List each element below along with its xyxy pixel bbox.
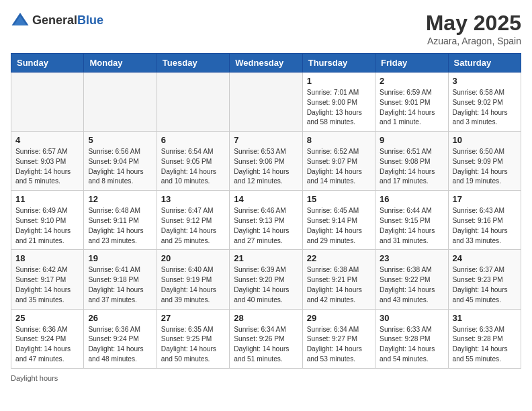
day-number: 26 — [88, 313, 152, 323]
calendar-cell-w2-d1: 4Sunrise: 6:57 AM Sunset: 9:03 PM Daylig… — [11, 132, 84, 191]
calendar-cell-w2-d5: 8Sunrise: 6:52 AM Sunset: 9:07 PM Daylig… — [302, 132, 375, 191]
logo-general: General — [32, 13, 77, 27]
day-number: 19 — [88, 253, 152, 263]
logo-icon — [11, 11, 30, 30]
calendar-cell-w5-d4: 28Sunrise: 6:34 AM Sunset: 9:26 PM Dayli… — [230, 309, 302, 368]
day-info: Sunrise: 6:34 AM Sunset: 9:27 PM Dayligh… — [307, 325, 371, 365]
day-info: Sunrise: 6:54 AM Sunset: 9:05 PM Dayligh… — [161, 147, 225, 187]
day-number: 16 — [380, 194, 443, 204]
day-info: Sunrise: 6:39 AM Sunset: 9:20 PM Dayligh… — [234, 265, 298, 305]
day-info: Sunrise: 6:38 AM Sunset: 9:21 PM Dayligh… — [307, 265, 371, 305]
day-number: 7 — [234, 135, 298, 145]
footer-note: Daylight hours — [11, 374, 521, 382]
col-thursday: Thursday — [302, 54, 375, 73]
day-info: Sunrise: 6:47 AM Sunset: 9:12 PM Dayligh… — [161, 206, 225, 246]
day-info: Sunrise: 6:59 AM Sunset: 9:01 PM Dayligh… — [380, 88, 443, 128]
calendar-cell-w5-d7: 31Sunrise: 6:33 AM Sunset: 9:28 PM Dayli… — [448, 309, 521, 368]
day-info: Sunrise: 7:01 AM Sunset: 9:00 PM Dayligh… — [307, 88, 371, 128]
day-number: 15 — [307, 194, 371, 204]
calendar-cell-w4-d5: 22Sunrise: 6:38 AM Sunset: 9:21 PM Dayli… — [302, 250, 375, 309]
calendar-cell-w3-d4: 14Sunrise: 6:46 AM Sunset: 9:13 PM Dayli… — [230, 191, 302, 250]
day-number: 10 — [453, 135, 517, 145]
day-number: 8 — [307, 135, 371, 145]
day-number: 28 — [234, 313, 298, 323]
day-info: Sunrise: 6:48 AM Sunset: 9:11 PM Dayligh… — [88, 206, 152, 246]
calendar-cell-w4-d2: 19Sunrise: 6:41 AM Sunset: 9:18 PM Dayli… — [84, 250, 157, 309]
calendar-cell-w5-d3: 27Sunrise: 6:35 AM Sunset: 9:25 PM Dayli… — [157, 309, 229, 368]
day-info: Sunrise: 6:56 AM Sunset: 9:04 PM Dayligh… — [88, 147, 152, 187]
calendar-cell-w2-d2: 5Sunrise: 6:56 AM Sunset: 9:04 PM Daylig… — [84, 132, 157, 191]
calendar-cell-w4-d7: 24Sunrise: 6:37 AM Sunset: 9:23 PM Dayli… — [448, 250, 521, 309]
calendar-cell-w2-d4: 7Sunrise: 6:53 AM Sunset: 9:06 PM Daylig… — [230, 132, 302, 191]
day-number: 18 — [15, 253, 79, 263]
col-tuesday: Tuesday — [157, 54, 229, 73]
day-info: Sunrise: 6:44 AM Sunset: 9:15 PM Dayligh… — [380, 206, 443, 246]
day-info: Sunrise: 6:36 AM Sunset: 9:24 PM Dayligh… — [15, 325, 79, 365]
col-friday: Friday — [375, 54, 448, 73]
day-number: 3 — [453, 76, 517, 86]
col-wednesday: Wednesday — [230, 54, 302, 73]
calendar-cell-w3-d6: 16Sunrise: 6:44 AM Sunset: 9:15 PM Dayli… — [375, 191, 448, 250]
logo-blue: Blue — [77, 13, 103, 27]
day-number: 23 — [380, 253, 443, 263]
calendar-cell-w1-d7: 3Sunrise: 6:58 AM Sunset: 9:02 PM Daylig… — [448, 73, 521, 132]
day-info: Sunrise: 6:43 AM Sunset: 9:16 PM Dayligh… — [453, 206, 517, 246]
day-info: Sunrise: 6:51 AM Sunset: 9:08 PM Dayligh… — [380, 147, 443, 187]
calendar-cell-w1-d5: 1Sunrise: 7:01 AM Sunset: 9:00 PM Daylig… — [302, 73, 375, 132]
calendar-week-2: 4Sunrise: 6:57 AM Sunset: 9:03 PM Daylig… — [11, 132, 521, 191]
day-number: 14 — [234, 194, 298, 204]
calendar-cell-w3-d5: 15Sunrise: 6:45 AM Sunset: 9:14 PM Dayli… — [302, 191, 375, 250]
day-info: Sunrise: 6:53 AM Sunset: 9:06 PM Dayligh… — [234, 147, 298, 187]
day-info: Sunrise: 6:49 AM Sunset: 9:10 PM Dayligh… — [15, 206, 79, 246]
day-number: 31 — [453, 313, 517, 323]
calendar-cell-w5-d2: 26Sunrise: 6:36 AM Sunset: 9:24 PM Dayli… — [84, 309, 157, 368]
calendar-cell-w1-d6: 2Sunrise: 6:59 AM Sunset: 9:01 PM Daylig… — [375, 73, 448, 132]
calendar-cell-w1-d4 — [230, 73, 302, 132]
day-info: Sunrise: 6:38 AM Sunset: 9:22 PM Dayligh… — [380, 265, 443, 305]
day-number: 21 — [234, 253, 298, 263]
day-number: 13 — [161, 194, 225, 204]
calendar-week-1: 1Sunrise: 7:01 AM Sunset: 9:00 PM Daylig… — [11, 73, 521, 132]
calendar-cell-w5-d6: 30Sunrise: 6:33 AM Sunset: 9:28 PM Dayli… — [375, 309, 448, 368]
logo: GeneralBlue — [11, 11, 103, 30]
day-number: 6 — [161, 135, 225, 145]
day-number: 20 — [161, 253, 225, 263]
day-info: Sunrise: 6:46 AM Sunset: 9:13 PM Dayligh… — [234, 206, 298, 246]
day-info: Sunrise: 6:58 AM Sunset: 9:02 PM Dayligh… — [453, 88, 517, 128]
day-number: 5 — [88, 135, 152, 145]
calendar-week-5: 25Sunrise: 6:36 AM Sunset: 9:24 PM Dayli… — [11, 309, 521, 368]
calendar-cell-w4-d4: 21Sunrise: 6:39 AM Sunset: 9:20 PM Dayli… — [230, 250, 302, 309]
day-info: Sunrise: 6:35 AM Sunset: 9:25 PM Dayligh… — [161, 325, 225, 365]
day-number: 4 — [15, 135, 79, 145]
day-number: 1 — [307, 76, 371, 86]
day-number: 29 — [307, 313, 371, 323]
day-number: 12 — [88, 194, 152, 204]
day-info: Sunrise: 6:40 AM Sunset: 9:19 PM Dayligh… — [161, 265, 225, 305]
day-number: 11 — [15, 194, 79, 204]
col-sunday: Sunday — [11, 54, 84, 73]
day-info: Sunrise: 6:57 AM Sunset: 9:03 PM Dayligh… — [15, 147, 79, 187]
day-info: Sunrise: 6:33 AM Sunset: 9:28 PM Dayligh… — [380, 325, 443, 365]
location: Azuara, Aragon, Spain — [426, 36, 521, 46]
day-info: Sunrise: 6:52 AM Sunset: 9:07 PM Dayligh… — [307, 147, 371, 187]
calendar-cell-w3-d3: 13Sunrise: 6:47 AM Sunset: 9:12 PM Dayli… — [157, 191, 229, 250]
calendar-cell-w3-d2: 12Sunrise: 6:48 AM Sunset: 9:11 PM Dayli… — [84, 191, 157, 250]
calendar-header-row: Sunday Monday Tuesday Wednesday Thursday… — [11, 54, 521, 73]
calendar-cell-w1-d3 — [157, 73, 229, 132]
day-number: 17 — [453, 194, 517, 204]
col-saturday: Saturday — [448, 54, 521, 73]
calendar-cell-w5-d1: 25Sunrise: 6:36 AM Sunset: 9:24 PM Dayli… — [11, 309, 84, 368]
day-number: 22 — [307, 253, 371, 263]
day-number: 27 — [161, 313, 225, 323]
calendar-cell-w4-d6: 23Sunrise: 6:38 AM Sunset: 9:22 PM Dayli… — [375, 250, 448, 309]
day-info: Sunrise: 6:33 AM Sunset: 9:28 PM Dayligh… — [453, 325, 517, 365]
title-block: May 2025 Azuara, Aragon, Spain — [426, 11, 521, 46]
calendar-table: Sunday Monday Tuesday Wednesday Thursday… — [11, 53, 521, 369]
day-info: Sunrise: 6:50 AM Sunset: 9:09 PM Dayligh… — [453, 147, 517, 187]
page-header: GeneralBlue May 2025 Azuara, Aragon, Spa… — [11, 11, 521, 46]
calendar-cell-w4-d1: 18Sunrise: 6:42 AM Sunset: 9:17 PM Dayli… — [11, 250, 84, 309]
month-year: May 2025 — [426, 11, 521, 36]
day-info: Sunrise: 6:34 AM Sunset: 9:26 PM Dayligh… — [234, 325, 298, 365]
day-info: Sunrise: 6:36 AM Sunset: 9:24 PM Dayligh… — [88, 325, 152, 365]
calendar-cell-w3-d7: 17Sunrise: 6:43 AM Sunset: 9:16 PM Dayli… — [448, 191, 521, 250]
